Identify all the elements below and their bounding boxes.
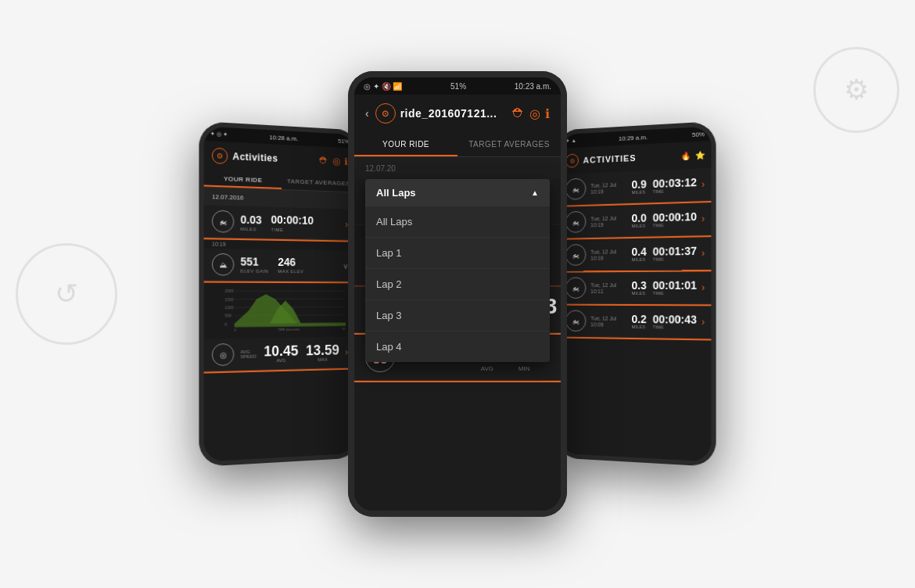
miles-metric-row-center[interactable]: 🏍 0.07 MILES 00:03:12 TIME ›: [354, 179, 561, 225]
activity-time-5: 10:09: [590, 321, 627, 327]
miles-value-left: 0.03: [240, 214, 261, 226]
svg-text:2000: 2000: [224, 289, 234, 293]
activity-item-5[interactable]: 🏍 Tue, 12 Jul 10:09 0.2 MILES 00:00:43: [560, 306, 712, 339]
chart-left: 2000 1500 1000 500 0: [204, 283, 356, 339]
activity-nav-5[interactable]: ›: [702, 317, 705, 328]
status-icons-left: ✦ ◎ ✦: [210, 131, 228, 138]
elev-max-value-left: 246: [278, 256, 296, 267]
activity-miles-unit-3: MILES: [632, 257, 647, 262]
activity-miles-value-4: 0.3: [632, 280, 647, 291]
miles-item-left: 0.03 MILES: [240, 214, 261, 232]
activity-duration-unit-4: TIME: [653, 291, 697, 296]
speed-numbers-center: 10.95 AVG 15.03 MAX: [435, 296, 557, 324]
activity-time-3: 10:16: [590, 255, 627, 261]
elev-gain-label-center: ELEV GAIN: [404, 267, 441, 274]
max-speed-value-left: 13.59: [306, 343, 339, 358]
app-logo-left: ⊙: [212, 148, 228, 164]
activity-duration-value-3: 00:01:37: [653, 246, 697, 257]
activity-duration-value-4: 00:01:01: [653, 280, 697, 291]
time-left: 10:28 a.m.: [269, 134, 298, 142]
info-icon-center[interactable]: ℹ: [545, 106, 550, 121]
speed-label-center: AVG SPEED (mph): [404, 299, 425, 321]
oxy-min-label: MIN: [518, 365, 530, 372]
activity-duration-3: 00:01:37 TIME: [653, 246, 697, 262]
header-icons-center: ⛑ ◎ ℹ: [512, 106, 550, 121]
activity-info-2: Tue, 12 Jul 10:19: [590, 215, 627, 228]
location-icon-left[interactable]: ◎: [332, 156, 339, 167]
helmet-icon-left[interactable]: ⛑: [319, 155, 328, 166]
star-icon-right[interactable]: ⭐: [695, 150, 705, 160]
miles-item-center: 0.07 MILES: [404, 191, 435, 215]
activity-metrics-4: 0.3 MILES 00:01:01 TIME: [632, 280, 697, 296]
tab-target-averages-center[interactable]: TARGET AVERAGES: [458, 132, 561, 156]
activity-item-3[interactable]: 🏍 Tue, 12 Jul 10:16 0.4 MILES 00:01:37: [560, 237, 712, 271]
activity-duration-unit-2: TIME: [653, 222, 697, 228]
svg-text:1500: 1500: [224, 297, 234, 302]
svg-text:500: 500: [224, 314, 231, 318]
status-bar-center: ◎ ✦ 🔇 📶 51% 10:23 a.m.: [354, 77, 561, 95]
activity-item-4[interactable]: 🏍 Tue, 12 Jul 10:11 0.3 MILES 00:01:01: [560, 271, 712, 304]
phone-center: ◎ ✦ 🔇 📶 51% 10:23 a.m. ‹ ⊙ ride_20160712…: [348, 71, 567, 517]
back-button-center[interactable]: ‹: [365, 107, 369, 120]
avg-speed-label-center: AVG: [456, 317, 468, 324]
activity-item-1[interactable]: 🏍 Tue, 12 Jul 10:19 0.9 MILES 00:03:12: [560, 168, 712, 206]
activity-nav-2[interactable]: ›: [702, 213, 705, 224]
helmet-icon-center[interactable]: ⛑: [512, 106, 525, 120]
tab-bar-center: YOUR RIDE TARGET AVERAGES: [354, 132, 561, 157]
elev-gain-label-left: ELEV GAIN: [240, 269, 268, 274]
oxy-row-center[interactable]: 🫁 OXYGENATION (%) 82 AVG 77 MIN: [354, 335, 561, 381]
battery-info-center: 51%: [450, 82, 466, 91]
fire-icon-right[interactable]: 🔥: [681, 151, 691, 160]
activity-miles-unit-5: MILES: [632, 324, 647, 329]
speed-numbers-left: 10.45 AVG 13.59 MAX: [264, 343, 339, 364]
activity-date-4: Tue, 12 Jul: [590, 282, 627, 288]
activity-item-2[interactable]: 🏍 Tue, 12 Jul 10:19 0.0 MILES 00:00:10: [560, 203, 712, 238]
phone-center-bezel: ◎ ✦ 🔇 📶 51% 10:23 a.m. ‹ ⊙ ride_20160712…: [348, 71, 567, 517]
activity-nav-1[interactable]: ›: [702, 179, 705, 190]
elevation-chart-left: 2000 1500 1000 500 0: [210, 286, 350, 336]
speed-row-center[interactable]: ◎ AVG SPEED (mph) 10.95 AVG 15.03 MAX: [354, 287, 561, 333]
phone-left-screen: ✦ ◎ ✦ 10:28 a.m. 51% ⊙ Activities ⛑ ◎ ℹ: [204, 126, 356, 461]
oxy-nav-center[interactable]: ›: [546, 350, 550, 364]
tab-target-averages-left[interactable]: TARGET AVERAGES: [282, 173, 355, 192]
phone-center-screen: ◎ ✦ 🔇 📶 51% 10:23 a.m. ‹ ⊙ ride_20160712…: [354, 77, 561, 511]
header-icons-left: ⛑ ◎ ℹ: [319, 155, 348, 167]
activity-miles-value-1: 0.9: [632, 178, 647, 190]
activity-info-3: Tue, 12 Jul 10:16: [590, 249, 627, 261]
status-icons-right: ✦ ▲: [565, 138, 576, 145]
oxy-avg-label: AVG: [481, 365, 493, 372]
activity-nav-4[interactable]: ›: [702, 282, 705, 293]
phone-left-bezel: ✦ ◎ ✦ 10:28 a.m. 51% ⊙ Activities ⛑ ◎ ℹ: [199, 121, 360, 467]
avg-speed-value-left: 10.45: [264, 344, 298, 359]
activity-list-right: 🏍 Tue, 12 Jul 10:19 0.9 MILES 00:03:12: [560, 168, 712, 462]
expand-center[interactable]: ∨: [544, 258, 550, 267]
elev-row-left[interactable]: ⛰ 551 ELEV GAIN 246 MAX ELEV ∨: [204, 248, 356, 281]
battery-right: 50%: [692, 131, 705, 138]
elev-max-label-left: MAX ELEV: [278, 269, 303, 274]
activity-time-2: 10:19: [590, 221, 627, 228]
orange-bar-oxy-center: [354, 381, 561, 382]
activity-icon-5: 🏍: [565, 310, 586, 332]
activity-metrics-1: 0.9 MILES 00:03:12 TIME: [632, 177, 697, 195]
activity-info-5: Tue, 12 Jul 10:09: [590, 315, 627, 327]
miles-metric-row-left[interactable]: 🏍 0.03 MILES 00:00:10 TIME ›: [204, 205, 356, 241]
time-label-center: TIME: [450, 208, 467, 215]
app-header-center: ‹ ⊙ ride_201607121... ⛑ ◎ ℹ: [354, 95, 561, 132]
activity-icon-2: 🏍: [565, 211, 586, 233]
nav-arrow-center[interactable]: ›: [546, 195, 550, 209]
tab-your-ride-left[interactable]: YOUR RIDE: [204, 170, 282, 189]
mountain-icon-left: ⛰: [212, 253, 234, 276]
phone-right-screen: ✦ ▲ 10:29 a.m. 50% ⊙ ACTIVITIES 🔥 ⭐: [560, 126, 712, 461]
oxy-section-label: OXYGENATION (%): [404, 354, 461, 361]
gear-decorative-icon: ⚙: [844, 74, 869, 106]
speed-label-left: AVG SPEED: [240, 350, 257, 360]
avg-speed-label-left: AVG: [276, 358, 285, 363]
activity-info-4: Tue, 12 Jul 10:11: [590, 282, 627, 294]
phone-left: ✦ ◎ ✦ 10:28 a.m. 51% ⊙ Activities ⛑ ◎ ℹ: [199, 121, 360, 467]
elev-gain-value-left: 551: [240, 256, 258, 267]
activity-nav-3[interactable]: ›: [702, 248, 705, 259]
navigate-icon-center[interactable]: ◎: [529, 106, 540, 121]
speed-row-left[interactable]: ◎ AVG SPEED 10.45 AVG 13.59 MAX: [204, 337, 356, 372]
elev-row-center[interactable]: ⛰ 0350 ELEV GAIN 322 MAX ELEV ∨: [354, 239, 561, 285]
tab-your-ride-center[interactable]: YOUR RIDE: [354, 132, 458, 156]
